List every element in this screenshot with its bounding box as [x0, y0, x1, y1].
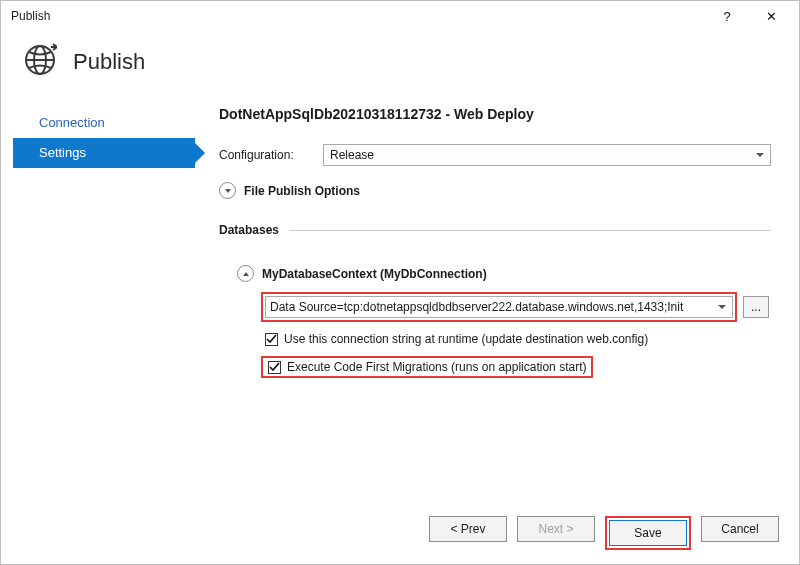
databases-label: Databases	[219, 223, 279, 237]
chevron-down-icon	[718, 305, 726, 309]
sidebar-item-label: Settings	[39, 145, 86, 160]
globe-icon	[23, 43, 57, 80]
use-connection-checkbox[interactable]	[265, 333, 278, 346]
use-connection-label: Use this connection string at runtime (u…	[284, 332, 648, 346]
sidebar-item-connection[interactable]: Connection	[13, 108, 189, 138]
use-connection-row: Use this connection string at runtime (u…	[265, 332, 771, 346]
divider	[289, 230, 771, 231]
prev-button[interactable]: < Prev	[429, 516, 507, 542]
databases-heading: Databases	[219, 223, 771, 237]
chevron-down-icon	[756, 153, 764, 157]
save-button[interactable]: Save	[609, 520, 687, 546]
page-title: Publish	[73, 49, 145, 75]
chevron-up-icon	[237, 265, 254, 282]
db-context-expander[interactable]: MyDatabaseContext (MyDbConnection)	[237, 265, 771, 282]
next-button: Next >	[517, 516, 595, 542]
configuration-combo[interactable]: Release	[323, 144, 771, 166]
window-title: Publish	[7, 9, 705, 23]
titlebar: Publish ? ✕	[1, 1, 799, 31]
file-publish-options-label: File Publish Options	[244, 184, 360, 198]
file-publish-options-expander[interactable]: File Publish Options	[219, 182, 771, 199]
profile-title: DotNetAppSqlDb20210318112732 - Web Deplo…	[219, 106, 771, 122]
help-button[interactable]: ?	[705, 1, 749, 31]
footer: < Prev Next > Save Cancel	[429, 516, 779, 550]
configuration-value: Release	[330, 148, 374, 162]
configuration-label: Configuration:	[219, 148, 313, 162]
connection-string-highlight: Data Source=tcp:dotnetappsqldbdbserver22…	[261, 292, 737, 322]
sidebar-item-label: Connection	[39, 115, 105, 130]
close-button[interactable]: ✕	[749, 1, 793, 31]
cancel-button[interactable]: Cancel	[701, 516, 779, 542]
connection-string-combo[interactable]: Data Source=tcp:dotnetappsqldbdbserver22…	[265, 296, 733, 318]
connection-string-browse-button[interactable]: ...	[743, 296, 769, 318]
exec-migrations-label: Execute Code First Migrations (runs on a…	[287, 360, 586, 374]
sidebar-item-settings[interactable]: Settings	[13, 138, 195, 168]
main-panel: DotNetAppSqlDb20210318112732 - Web Deplo…	[189, 102, 799, 388]
exec-migrations-checkbox[interactable]	[268, 361, 281, 374]
exec-migrations-highlight: Execute Code First Migrations (runs on a…	[261, 356, 593, 378]
sidebar: Connection Settings	[1, 102, 189, 388]
save-button-highlight: Save	[605, 516, 691, 550]
chevron-down-icon	[219, 182, 236, 199]
connection-string-value: Data Source=tcp:dotnetappsqldbdbserver22…	[270, 300, 683, 314]
db-context-title-label: MyDatabaseContext (MyDbConnection)	[262, 267, 487, 281]
header: Publish	[1, 31, 799, 102]
